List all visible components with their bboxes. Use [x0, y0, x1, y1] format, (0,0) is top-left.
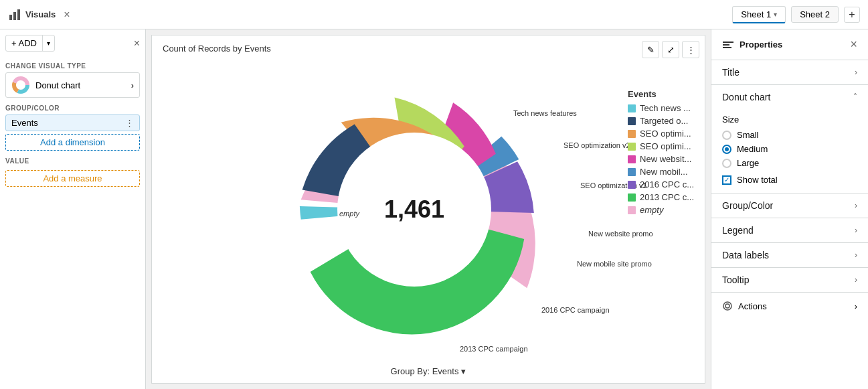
properties-header: Properties ×	[711, 29, 868, 60]
legend-item-1: Targeted o...	[628, 116, 694, 126]
legend-label-8: empty	[640, 205, 663, 215]
dimension-tag[interactable]: Events ⋮	[5, 114, 140, 131]
sidebar-close-button[interactable]: ×	[134, 37, 140, 50]
prop-donut-chevron-icon: ˄	[853, 92, 857, 102]
prop-section-tooltip: Tooltip ›	[711, 268, 868, 293]
prop-title-chevron-icon: ›	[855, 68, 857, 77]
show-total-toggle[interactable]: Show total	[722, 175, 857, 185]
edit-tool-button[interactable]: ✎	[642, 41, 659, 58]
svg-rect-0	[9, 15, 12, 20]
add-btn-arrow-icon[interactable]: ▾	[43, 37, 54, 50]
prop-section-data-labels-label: Data labels	[722, 250, 769, 260]
prop-section-donut-label: Donut chart	[722, 92, 770, 102]
right-panel: Properties × Title › Donut chart ˄ Size	[711, 29, 868, 389]
legend-item-2: SEO optimi...	[628, 129, 694, 139]
close-icon[interactable]: ×	[64, 9, 70, 21]
tab-sheet2-label: Sheet 2	[800, 9, 830, 19]
properties-icon	[722, 39, 734, 51]
prop-section-legend: Legend ›	[711, 218, 868, 243]
size-option-small[interactable]: Small	[722, 130, 857, 140]
svg-rect-1	[13, 12, 16, 20]
prop-section-group-label: Group/Color	[722, 200, 773, 211]
group-by[interactable]: Group By: Events ▾	[391, 366, 466, 376]
legend-item-8: empty	[628, 205, 694, 215]
svg-rect-8	[723, 42, 733, 43]
expand-tool-button[interactable]: ⤢	[662, 41, 679, 58]
actions-icon-label: Actions	[722, 301, 767, 311]
donut-mini-icon	[11, 76, 30, 94]
actions-label: Actions	[738, 301, 767, 311]
group-by-chevron-icon: ▾	[461, 366, 466, 376]
size-radio-medium[interactable]	[722, 145, 731, 154]
more-tool-button[interactable]: ⋮	[682, 41, 699, 58]
donut-total: 1,461	[384, 196, 444, 224]
legend-title: Events	[628, 89, 694, 99]
cursor-icon	[722, 301, 733, 311]
visual-type-left: Donut chart	[11, 76, 80, 94]
svg-rect-9	[723, 44, 729, 46]
chart-title: Count of Records by Events	[163, 44, 271, 54]
visuals-icon	[8, 8, 21, 21]
legend-label-0: Tech news ...	[640, 103, 691, 113]
prop-section-actions[interactable]: Actions ›	[711, 293, 868, 319]
size-medium-label: Medium	[737, 144, 768, 154]
legend-color-8	[628, 206, 636, 214]
show-total-checkbox[interactable]	[722, 175, 731, 185]
prop-section-tooltip-header[interactable]: Tooltip ›	[711, 268, 868, 292]
legend-item-6: 2016 CPC c...	[628, 179, 694, 189]
tab-sheet1-label: Sheet 1	[741, 9, 771, 19]
legend-color-2	[628, 130, 636, 138]
prop-section-legend-header[interactable]: Legend ›	[711, 218, 868, 242]
legend-item-3: SEO optimi...	[628, 141, 694, 151]
group-color-label: GROUP/COLOR	[5, 104, 140, 112]
prop-section-group-header[interactable]: Group/Color ›	[711, 193, 868, 218]
sidebar-header: + ADD ▾ ×	[5, 35, 140, 52]
prop-section-data-labels-header[interactable]: Data labels ›	[711, 243, 868, 267]
size-options: Small Medium Large	[722, 130, 857, 168]
legend-item-4: New websit...	[628, 154, 694, 164]
size-radio-small[interactable]	[722, 131, 731, 140]
tab-chevron-icon: ▾	[774, 11, 777, 18]
dimension-label: Events	[11, 118, 38, 128]
legend-color-0	[628, 104, 636, 112]
svg-rect-2	[17, 9, 20, 20]
label-new-website: New website promo	[588, 230, 653, 238]
show-total-label: Show total	[737, 175, 778, 185]
properties-close-button[interactable]: ×	[850, 37, 857, 52]
prop-section-legend-label: Legend	[722, 225, 754, 236]
svg-rect-10	[723, 47, 731, 48]
add-dimension-button[interactable]: Add a dimension	[5, 134, 140, 151]
prop-section-title-header[interactable]: Title ›	[711, 60, 868, 84]
visual-type-label: Donut chart	[35, 80, 80, 90]
size-label: Size	[722, 114, 857, 125]
size-option-medium[interactable]: Medium	[722, 144, 857, 154]
size-large-label: Large	[737, 158, 759, 168]
dimension-options-icon[interactable]: ⋮	[125, 118, 134, 128]
legend-color-3	[628, 143, 636, 151]
legend-color-1	[628, 117, 636, 125]
prop-data-labels-chevron-icon: ›	[855, 250, 857, 260]
main-layout: + ADD ▾ × CHANGE VISUAL TYPE Donut chart…	[0, 29, 868, 389]
label-2013-cpc: 2013 CPC campaign	[460, 345, 528, 353]
prop-section-donut: Donut chart ˄ Size Small Medium	[711, 85, 868, 193]
size-option-large[interactable]: Large	[722, 158, 857, 168]
actions-chevron-icon: ›	[855, 301, 857, 311]
visual-type-selector[interactable]: Donut chart ›	[5, 72, 140, 98]
prop-section-group: Group/Color ›	[711, 193, 868, 218]
add-button[interactable]: + ADD ▾	[5, 35, 55, 52]
legend-label-1: Targeted o...	[640, 116, 688, 126]
value-label: VALUE	[5, 157, 140, 165]
label-tech-news: Tech news features	[513, 109, 577, 117]
tab-sheet2[interactable]: Sheet 2	[791, 6, 839, 23]
add-tab-button[interactable]: +	[844, 7, 860, 23]
prop-section-donut-header[interactable]: Donut chart ˄	[711, 85, 868, 109]
add-measure-button[interactable]: Add a measure	[5, 170, 140, 187]
group-by-label: Group By: Events	[391, 366, 459, 376]
properties-title-text: Properties	[740, 40, 782, 50]
size-radio-large[interactable]	[722, 159, 731, 168]
label-seo-v2: SEO optimization v2	[563, 141, 630, 149]
tab-sheet1[interactable]: Sheet 1 ▾	[732, 6, 786, 23]
legend-color-4	[628, 155, 636, 163]
prop-group-chevron-icon: ›	[855, 201, 857, 210]
visual-type-chevron-icon: ›	[131, 80, 134, 90]
